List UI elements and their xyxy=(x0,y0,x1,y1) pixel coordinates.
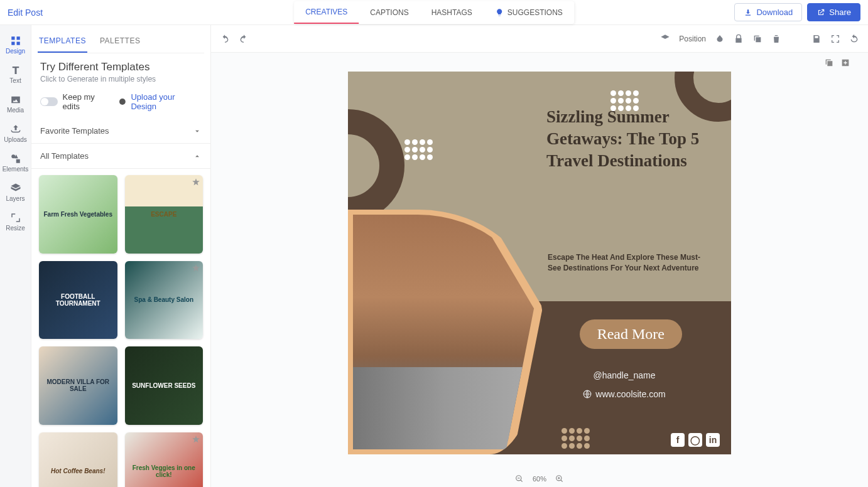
favorites-accordion[interactable]: Favorite Templates xyxy=(31,119,210,144)
template-thumbnail[interactable]: Fresh Veggies in one click! xyxy=(125,432,203,488)
template-thumbnail[interactable]: Spa & Beauty Salon xyxy=(125,261,203,340)
rail-layers[interactable]: Layers xyxy=(0,178,31,207)
rail-design[interactable]: Design xyxy=(0,30,31,60)
upload-design-link[interactable]: Upload your Design xyxy=(131,92,202,111)
rail-media[interactable]: Media xyxy=(0,89,31,119)
design-handle[interactable]: @handle_name xyxy=(555,370,693,380)
tab-creatives[interactable]: CREATIVES xyxy=(294,1,359,24)
template-thumbnail[interactable]: MODERN VILLA FOR SALE xyxy=(39,346,117,425)
tab-suggestions[interactable]: SUGGESTIONS xyxy=(484,1,574,24)
zoom-controls: 60% xyxy=(515,471,564,487)
sidebar-tab-templates[interactable]: TEMPLATES xyxy=(38,30,87,53)
decor-dots xyxy=(561,428,589,447)
fullscreen-icon[interactable] xyxy=(830,34,840,44)
template-thumbnail[interactable]: FOOTBALL TOURNAMENT xyxy=(39,261,117,340)
sidebar-tab-palettes[interactable]: PALETTES xyxy=(99,30,141,53)
keep-edits-toggle[interactable] xyxy=(40,97,58,106)
svg-rect-5 xyxy=(16,159,19,163)
template-thumbnail[interactable]: Hot Coffee Beans! xyxy=(39,432,117,488)
templates-subheading: Click to Generate in multiple styles xyxy=(40,75,202,83)
design-cta-button[interactable]: Read More xyxy=(580,319,682,349)
rail-elements[interactable]: Elements xyxy=(0,148,31,178)
page-title[interactable]: Edit Post xyxy=(8,8,43,18)
design-social-icons: f ◯ in xyxy=(671,433,720,447)
design-canvas[interactable]: Sizzling Summer Getaways: The Top 5 Trav… xyxy=(348,72,731,454)
svg-rect-3 xyxy=(16,42,19,45)
info-icon xyxy=(119,98,126,105)
top-tabs: CREATIVES CAPTIONS HASHTAGS SUGGESTIONS xyxy=(294,1,574,24)
svg-rect-2 xyxy=(11,42,14,45)
star-icon xyxy=(192,178,200,186)
add-page-icon[interactable] xyxy=(840,58,850,68)
all-templates-accordion[interactable]: All Templates xyxy=(31,144,210,169)
instagram-icon[interactable]: ◯ xyxy=(688,433,702,447)
canvas-area: Position Sizzling S xyxy=(211,25,868,487)
star-icon xyxy=(192,264,200,272)
decor-ring xyxy=(348,109,404,222)
star-icon xyxy=(192,435,200,444)
save-icon[interactable] xyxy=(811,34,822,44)
svg-rect-0 xyxy=(11,36,14,40)
design-headline[interactable]: Sizzling Summer Getaways: The Top 5 Trav… xyxy=(546,106,710,172)
share-button[interactable]: Share xyxy=(807,3,860,21)
copy-page-icon[interactable] xyxy=(824,58,834,68)
canvas-viewport[interactable]: Sizzling Summer Getaways: The Top 5 Trav… xyxy=(211,53,868,487)
tab-hashtags[interactable]: HASHTAGS xyxy=(420,1,484,24)
facebook-icon[interactable]: f xyxy=(671,433,685,447)
zoom-out-icon[interactable] xyxy=(515,474,524,483)
redo-icon[interactable] xyxy=(239,34,249,44)
chevron-up-icon xyxy=(193,152,202,161)
duplicate-icon[interactable] xyxy=(752,34,762,44)
zoom-in-icon[interactable] xyxy=(555,474,564,483)
delete-icon[interactable] xyxy=(771,34,781,44)
rail-resize[interactable]: Resize xyxy=(0,207,31,237)
tab-captions[interactable]: CAPTIONS xyxy=(359,1,420,24)
undo-icon[interactable] xyxy=(220,34,230,44)
template-thumbnail[interactable]: SUNFLOWER SEEDS xyxy=(125,346,203,425)
reset-icon[interactable] xyxy=(849,34,859,44)
templates-grid: Farm Fresh Vegetables ESCAPE FOOTBALL TO… xyxy=(31,169,210,487)
design-subtext[interactable]: Escape The Heat And Explore These Must-S… xyxy=(548,252,710,274)
design-website[interactable]: www.coolsite.com xyxy=(555,389,693,399)
zoom-value: 60% xyxy=(533,475,546,483)
layers-toolbar-icon[interactable] xyxy=(660,34,670,44)
template-thumbnail[interactable]: Farm Fresh Vegetables xyxy=(39,175,117,254)
download-button[interactable]: Download xyxy=(734,3,802,21)
svg-point-6 xyxy=(119,99,126,105)
rail-text[interactable]: Text xyxy=(0,60,31,89)
rail-uploads[interactable]: Uploads xyxy=(0,119,31,148)
download-icon xyxy=(744,8,752,17)
tool-rail: Design Text Media Uploads Elements Layer… xyxy=(0,25,31,487)
lightbulb-icon xyxy=(495,8,504,17)
chevron-down-icon xyxy=(193,127,202,136)
template-thumbnail[interactable]: ESCAPE xyxy=(125,175,203,254)
topbar-actions: Download Share xyxy=(734,3,860,21)
design-image-blob[interactable] xyxy=(348,210,543,454)
globe-icon xyxy=(583,390,592,399)
templates-heading: Try Different Templates xyxy=(40,61,202,73)
keep-edits-label: Keep my edits xyxy=(63,92,114,111)
position-label[interactable]: Position xyxy=(679,35,706,43)
share-icon xyxy=(816,8,825,17)
lock-icon[interactable] xyxy=(734,34,744,44)
opacity-icon[interactable] xyxy=(715,34,725,44)
sidebar: TEMPLATES PALETTES Try Different Templat… xyxy=(31,25,211,487)
canvas-toolbar: Position xyxy=(211,25,868,53)
linkedin-icon[interactable]: in xyxy=(706,433,720,447)
svg-rect-1 xyxy=(16,36,19,40)
decor-dots xyxy=(404,139,432,158)
